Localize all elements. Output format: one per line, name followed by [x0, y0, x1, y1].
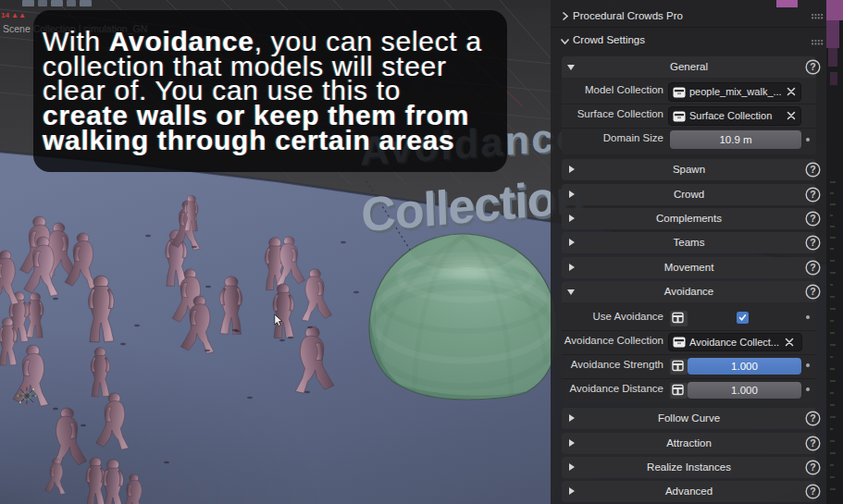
svg-text:?: ?: [810, 262, 815, 273]
svg-text:?: ?: [810, 412, 815, 424]
svg-text:?: ?: [810, 237, 815, 248]
svg-text:?: ?: [810, 286, 815, 297]
svg-text:?: ?: [810, 164, 815, 175]
svg-text:?: ?: [810, 461, 815, 473]
svg-text:?: ?: [810, 61, 815, 72]
svg-text:?: ?: [810, 189, 815, 200]
svg-text:?: ?: [810, 486, 815, 497]
svg-text:?: ?: [810, 437, 815, 449]
svg-text:?: ?: [810, 213, 815, 224]
